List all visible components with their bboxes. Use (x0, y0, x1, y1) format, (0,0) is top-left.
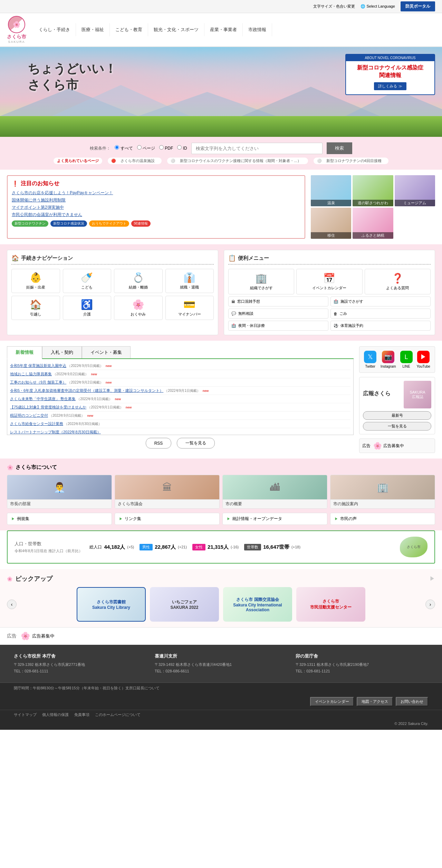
about-link-links[interactable]: リンク集 (115, 513, 220, 525)
radio-pdf[interactable]: PDF (159, 145, 173, 151)
text-size-link[interactable]: 文字サイズ・色合い変更 (313, 4, 355, 9)
footer-disclaimer[interactable]: 免責事項 (74, 712, 89, 717)
tag-covid-status[interactable]: 新型コロナ感染状況 (50, 220, 87, 227)
quick-link-3[interactable]: ⚪ 新型コロナワクチンの4回目接種 (314, 158, 388, 164)
radio-page[interactable]: ページ (137, 145, 155, 151)
about-overview[interactable]: 🏙 市の概要 (222, 475, 327, 509)
nav-item-marriage[interactable]: 💍 結婚・離婚 (114, 269, 163, 293)
nav-item-tourism[interactable]: 観光・文化・スポーツ (148, 23, 204, 36)
nav-item-child[interactable]: 🍼 こども (63, 269, 112, 293)
bousai-button[interactable]: 防災ポータル (401, 1, 435, 11)
covid-more-btn[interactable]: 詳しくみる ≫ (352, 79, 429, 90)
benri-soudan[interactable]: 💬 無料相談 (228, 309, 328, 319)
benri-event[interactable]: 📅 イベントカレンダー (296, 269, 362, 294)
pickup-kokusai[interactable]: さくら市 国際交流協会 Sakura City International As… (223, 587, 292, 622)
koho-list-button[interactable]: 一覧を見る (363, 422, 431, 431)
news-item-0[interactable]: 令和5年度 保育施設新規入園申込 （2022年9月5日掲載） new (10, 362, 350, 370)
notice-item-2[interactable]: マイナポイント第2弾実施中 (12, 205, 300, 210)
carousel-prev-button[interactable]: ‹ (7, 600, 17, 609)
rss-button[interactable]: RSS (146, 438, 172, 449)
benri-faq[interactable]: ❓ よくある質問 (365, 269, 431, 294)
nav-item-funeral[interactable]: 🌸 おくやみ (114, 296, 163, 320)
about-link-voice[interactable]: 市民の声 (330, 513, 435, 525)
nav-item-job[interactable]: 👔 就職・退職 (165, 269, 214, 293)
search-input[interactable] (191, 143, 323, 154)
notice-item-3[interactable]: 市民公民館の会議室が利用できません (12, 212, 300, 218)
benri-taiiku[interactable]: ⚽ 体育施設予約 (330, 321, 431, 331)
about-mayor-img: 👨‍💼 (7, 475, 112, 499)
nav-item-children[interactable]: こども・教育 (110, 23, 148, 36)
photo-furusato[interactable]: ふるさと納税 (353, 208, 393, 239)
instagram-link[interactable]: 📷 Instagram (381, 351, 396, 368)
pickup-sakura-fair[interactable]: いちごフェア SAKURA 2022 (150, 587, 219, 622)
covid-banner[interactable]: ABOUT NOVEL CORONAVIRUS 新型コロナウイルス感染症 関連情… (345, 54, 435, 95)
benri-madoguchi[interactable]: 🏛 窓口混雑予想 (228, 296, 328, 306)
news-item-8[interactable]: レストパートナーシップ制度（2022年8月30日掲載） (10, 428, 350, 435)
news-item-7[interactable]: さくら市給食センター設計業務 （2022年8月30日掲載） (10, 420, 350, 428)
footer-access-button[interactable]: 地図・アクセス (357, 697, 393, 706)
radio-all[interactable]: すべて (115, 145, 133, 151)
about-council[interactable]: 🏛 さくら市議会 (115, 475, 220, 509)
quick-link-1[interactable]: 🔴 さくら市の温泉施設 (108, 158, 162, 164)
nav-item-medical[interactable]: 医療・福祉 (76, 23, 110, 36)
footer-about[interactable]: このホームページについて (95, 712, 141, 717)
search-button[interactable]: 検索 (327, 142, 352, 154)
ad-recruit[interactable]: 🌸 広告募集中 (21, 632, 55, 641)
benri-shisetsu[interactable]: 🏥 施設でさがす (330, 296, 431, 306)
photo-museum[interactable]: ミュージアム (395, 175, 435, 206)
photo-michinoeki[interactable]: 道の駅さつれがわ (353, 175, 393, 206)
about-facilities[interactable]: 🏢 市の施設案内 (330, 475, 435, 509)
tab-event[interactable]: イベント・募集 (82, 346, 131, 358)
about-mayor[interactable]: 👨‍💼 市長の部屋 (7, 475, 112, 509)
news-more-button[interactable]: 一覧を見る (177, 438, 215, 449)
footer-event-button[interactable]: イベントカレンダー (310, 697, 354, 706)
footer-sitemap[interactable]: サイトマップ (14, 712, 37, 717)
pickup-library[interactable]: さくら市図書館 Sakura City Library (77, 587, 146, 622)
news-item-4[interactable]: さくら未来塾「中学生講座」 塾生募集 （2022年9月1日掲載） new (10, 395, 350, 403)
news-item-2[interactable]: 工事のお知らせ（9月 舗装工事） （2022年9月2日掲載） new (10, 378, 350, 387)
nav-item-move[interactable]: 🏠 引越し (11, 296, 60, 320)
twitter-link[interactable]: 𝕏 Twitter (364, 351, 376, 368)
nav-item-industry[interactable]: 産業・事業者 (204, 23, 243, 36)
pop-household: 世帯数 16,647世帯 (+18) (244, 544, 300, 550)
news-item-1[interactable]: 地域おこし協力隊員募集 （2022年9月2日掲載） new (10, 370, 350, 378)
tag-related[interactable]: 関連情報 (131, 220, 151, 227)
tab-shinchaku[interactable]: 新着情報 (7, 346, 42, 359)
benri-kyuji[interactable]: 🏥 夜間・休日診療 (228, 321, 328, 331)
benri-gomi[interactable]: 🗑 ごみ (330, 309, 431, 319)
news-item-6[interactable]: 税証明のコンビニ交付 （2022年9月1日掲載） new (10, 412, 350, 420)
tag-covid-vaccine[interactable]: 新型コロナワクチン (12, 220, 48, 227)
about-link-stats[interactable]: 統計情報・オープンデータ (222, 513, 327, 525)
notice-item-1[interactable]: 国体開催に伴う施設利用制限 (12, 197, 300, 203)
quick-link-0[interactable]: よく見られているページ (54, 158, 102, 164)
youtube-link[interactable]: ▶ YouTube (417, 351, 430, 368)
footer-contact-button[interactable]: お問い合わせ (396, 697, 428, 706)
pickup-shimin[interactable]: さくら市 市民活動支援センター (296, 587, 365, 622)
radio-id[interactable]: ID (177, 145, 187, 151)
logo-name: さくら市 (7, 34, 26, 40)
nav-item-mynumber[interactable]: 💳 マイナンバー (165, 296, 214, 320)
koho-latest-button[interactable]: 最新号 (363, 411, 431, 420)
koho-title: 広報さくら (363, 390, 391, 397)
nav-item-nursing[interactable]: ♿ 介護 (63, 296, 112, 320)
photo-ijyu[interactable]: 移住 (311, 208, 351, 239)
nav-item-birth[interactable]: 👶 妊娠・出産 (11, 269, 60, 293)
tag-takeout[interactable]: おうちでテイクアウト (89, 220, 129, 227)
benri-soshiki[interactable]: 🏢 組織でさがす (228, 269, 294, 294)
footer-privacy[interactable]: 個人情報の保護 (42, 712, 69, 717)
ad-recruit-sidebar[interactable]: 🌸 広告募集中 (373, 442, 404, 450)
about-link-reiki[interactable]: 例規集 (7, 513, 112, 525)
social-icons: 𝕏 Twitter 📷 Instagram L LINE ▶ YouTube (359, 346, 435, 373)
news-item-5[interactable]: 【75歳以上対象】骨密度検診を受けませんか （2022年9月1日掲載） new (10, 403, 350, 412)
news-item-3[interactable]: 令和5・6年度 入札参加資格審査申請の定期受付（建設工事、測量・建設コンサルタン… (10, 387, 350, 395)
nav-item-life[interactable]: くらし・手続き (33, 23, 76, 36)
line-link[interactable]: L LINE (400, 351, 413, 368)
logo[interactable]: 🌸 さくら市 SAKURA (7, 16, 26, 44)
carousel-next-button[interactable]: › (425, 600, 435, 609)
quick-link-2[interactable]: ⚪ 新型コロナウイルスのワクチン接種に関する情報（期間・対象者・...） (167, 158, 308, 164)
photo-onsen[interactable]: 温泉 (311, 175, 351, 206)
tab-nyusatsu[interactable]: 入札・契約 (42, 346, 82, 358)
select-language-link[interactable]: 🌐 Select Language (361, 4, 395, 9)
nav-item-city[interactable]: 市政情報 (243, 23, 272, 36)
notice-item-0[interactable]: さくら市のお店を応援しよう！PayPayキャンペーン！ (12, 190, 300, 196)
